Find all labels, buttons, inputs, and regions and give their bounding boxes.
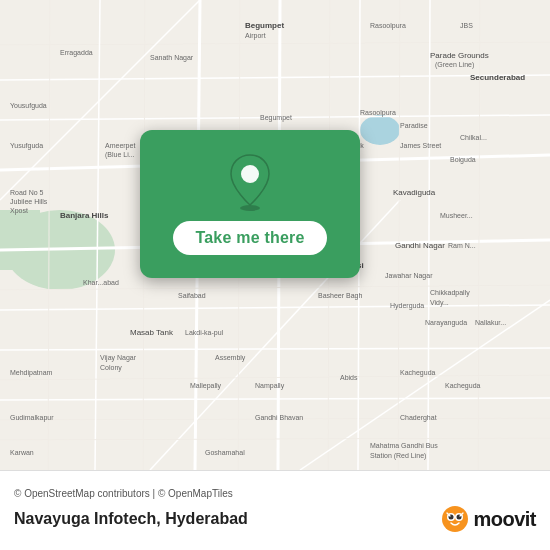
svg-text:Basheer Bagh: Basheer Bagh [318,292,362,300]
svg-text:James Street: James Street [400,142,441,149]
svg-text:Kacheguda: Kacheguda [445,382,481,390]
svg-point-4 [360,115,400,145]
svg-text:Nallakur...: Nallakur... [475,319,506,326]
svg-text:Vidy...: Vidy... [430,299,449,307]
svg-text:Karwan: Karwan [10,449,34,456]
svg-text:Sanath Nagar: Sanath Nagar [150,54,194,62]
svg-point-90 [442,506,468,532]
svg-text:Chaderghat: Chaderghat [400,414,437,422]
svg-text:Secunderabad: Secunderabad [470,73,525,82]
svg-text:Xpost: Xpost [10,207,28,215]
svg-text:(Green Line): (Green Line) [435,61,474,69]
take-me-there-button[interactable]: Take me there [173,221,326,255]
location-row: Navayuga Infotech, Hyderabad moovit [14,505,536,533]
svg-text:Masab Tank: Masab Tank [130,328,174,337]
svg-text:Chikkadpally: Chikkadpally [430,289,470,297]
svg-text:Goshamahal: Goshamahal [205,449,245,456]
svg-text:Saifabad: Saifabad [178,292,206,299]
svg-text:Erragadda: Erragadda [60,49,93,57]
svg-text:(Blue Li...: (Blue Li... [105,151,135,159]
svg-text:Rasoolpura: Rasoolpura [360,109,396,117]
location-name: Navayuga Infotech, Hyderabad [14,510,248,528]
svg-text:Gudimalkapur: Gudimalkapur [10,414,54,422]
location-pin-icon [226,153,274,211]
map-attribution: © OpenStreetMap contributors | © OpenMap… [14,488,536,499]
svg-text:Musheer...: Musheer... [440,212,473,219]
svg-text:Road No 5: Road No 5 [10,189,44,196]
svg-text:JBS: JBS [460,22,473,29]
svg-text:Jawahar Nagar: Jawahar Nagar [385,272,433,280]
svg-text:Mallepally: Mallepally [190,382,222,390]
svg-text:Jubilee Hills: Jubilee Hills [10,198,48,205]
svg-text:Parade Grounds: Parade Grounds [430,51,489,60]
svg-text:Begumpet: Begumpet [260,114,292,122]
svg-rect-2 [0,210,40,270]
svg-text:Khar...abad: Khar...abad [83,279,119,286]
moovit-brand-text: moovit [473,508,536,531]
svg-point-89 [241,165,259,183]
svg-text:Boiguda: Boiguda [450,156,476,164]
svg-text:Narayanguda: Narayanguda [425,319,467,327]
svg-text:Ameerpet: Ameerpet [105,142,135,150]
svg-text:Ram N...: Ram N... [448,242,476,249]
svg-text:Rasoolpura: Rasoolpura [370,22,406,30]
map-container: Begumpet Airport Sanath Nagar Erragadda … [0,0,550,470]
svg-text:Hyderguda: Hyderguda [390,302,424,310]
svg-text:Nampally: Nampally [255,382,285,390]
svg-text:Paradise: Paradise [400,122,428,129]
svg-text:Yusufguda: Yusufguda [10,142,43,150]
svg-text:Begumpet: Begumpet [245,21,284,30]
svg-text:Yousufguda: Yousufguda [10,102,47,110]
svg-text:Mehdipatnam: Mehdipatnam [10,369,53,377]
svg-text:Station (Red Line): Station (Red Line) [370,452,426,460]
svg-text:Assembly: Assembly [215,354,246,362]
svg-text:Chilkal...: Chilkal... [460,134,487,141]
svg-text:Banjara Hills: Banjara Hills [60,211,109,220]
svg-text:Colony: Colony [100,364,122,372]
svg-text:Airport: Airport [245,32,266,40]
svg-text:Gandhi Bhavan: Gandhi Bhavan [255,414,303,421]
svg-text:Mahatma Gandhi Bus: Mahatma Gandhi Bus [370,442,438,449]
svg-text:Kacheguda: Kacheguda [400,369,436,377]
svg-text:Gandhi Nagar: Gandhi Nagar [395,241,445,250]
moovit-logo: moovit [441,505,536,533]
svg-text:Vijay Nagar: Vijay Nagar [100,354,137,362]
moovit-icon [441,505,469,533]
svg-text:Abids: Abids [340,374,358,381]
overlay-card: Take me there [140,130,360,278]
svg-text:Kavadiguda: Kavadiguda [393,188,436,197]
bottom-bar: © OpenStreetMap contributors | © OpenMap… [0,470,550,550]
svg-text:Lakdi-ka-pul: Lakdi-ka-pul [185,329,224,337]
